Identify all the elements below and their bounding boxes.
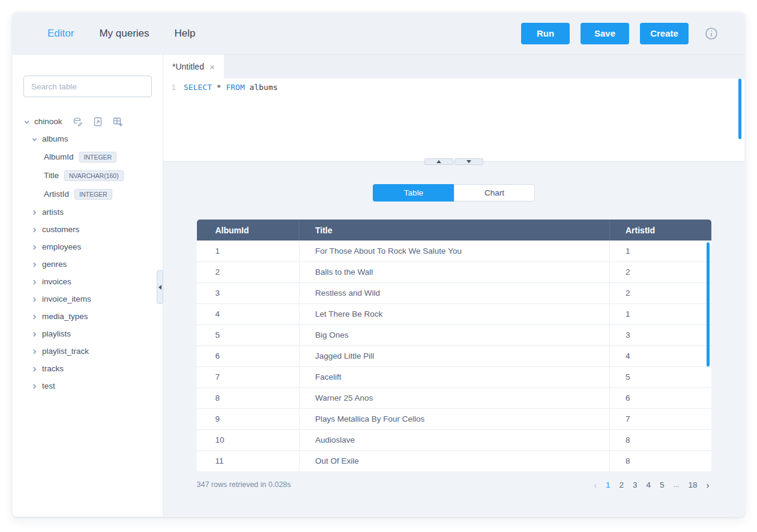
column-item-artistid: ArtistId INTEGER — [23, 185, 152, 203]
page-button-4[interactable]: 4 — [644, 480, 653, 489]
table-row[interactable]: 5Big Ones3 — [197, 324, 711, 345]
nav-item-editor[interactable]: Editor — [47, 28, 74, 40]
results-footer: 347 rows retrieved in 0.028s ‹ 1 2 3 4 5… — [197, 480, 711, 490]
table-name: employees — [42, 242, 81, 251]
chevron-right-icon — [31, 278, 38, 285]
table-row[interactable]: 11Out Of Exile8 — [197, 450, 711, 471]
cell-albumid: 9 — [197, 408, 300, 429]
column-name: Title — [44, 171, 59, 180]
save-button[interactable]: Save — [581, 23, 629, 44]
table-name: test — [42, 381, 55, 390]
line-number: 1 — [163, 83, 184, 92]
pane-splitter[interactable] — [163, 161, 744, 162]
schema-tree: chinook — [23, 113, 152, 395]
table-item-customers[interactable]: customers — [23, 221, 152, 238]
info-icon[interactable] — [705, 27, 718, 40]
main-panel: *Untitled × 1 SELECT * FROM albums — [163, 55, 744, 516]
cell-title: Out Of Exile — [300, 450, 610, 471]
table-name: genres — [42, 260, 67, 269]
column-type-badge: NVARCHAR(160) — [64, 170, 124, 181]
table-item-media-types[interactable]: media_types — [23, 308, 152, 325]
table-item-playlists[interactable]: playlists — [23, 325, 152, 342]
table-row[interactable]: 10Audioslave8 — [197, 429, 711, 450]
sql-code-line: SELECT * FROM albums — [184, 83, 278, 92]
page-button-18[interactable]: 18 — [686, 480, 699, 489]
cell-albumid: 3 — [197, 282, 300, 303]
prev-page-button[interactable]: ‹ — [592, 480, 599, 490]
page-button-2[interactable]: 2 — [617, 480, 626, 489]
cell-title: Restless and Wild — [300, 282, 610, 303]
schema-item-chinook[interactable]: chinook — [23, 113, 152, 130]
add-table-icon[interactable] — [112, 116, 123, 127]
table-item-employees[interactable]: employees — [23, 238, 152, 256]
run-button[interactable]: Run — [521, 23, 570, 44]
table-row[interactable]: 8Warner 25 Anos6 — [197, 387, 711, 408]
table-row[interactable]: 1For Those About To Rock We Salute You1 — [197, 241, 711, 262]
pagination: ‹ 1 2 3 4 5 ... 18 › — [592, 480, 711, 490]
top-navbar: Editor My queries Help Run Save Create — [13, 13, 744, 55]
page-button-1[interactable]: 1 — [604, 480, 612, 489]
export-file-icon[interactable] — [92, 116, 103, 127]
cell-title: Plays Metallica By Four Cellos — [300, 408, 610, 429]
table-scrollbar[interactable] — [707, 242, 710, 366]
cell-title: Warner 25 Anos — [300, 387, 610, 408]
table-item-artists[interactable]: artists — [23, 203, 152, 221]
chevron-down-icon — [31, 136, 38, 142]
table-row[interactable]: 9Plays Metallica By Four Cellos7 — [197, 408, 711, 429]
column-header-albumid[interactable]: AlbumId — [197, 220, 300, 241]
cell-artistid: 4 — [610, 345, 711, 366]
cell-artistid: 1 — [610, 241, 711, 262]
close-tab-icon[interactable]: × — [210, 62, 215, 71]
table-header-row: AlbumId Title ArtistId — [197, 220, 711, 241]
chevron-right-icon — [31, 330, 38, 337]
collapse-editor-up-button[interactable] — [424, 158, 453, 165]
chevron-right-icon — [31, 261, 38, 267]
editor-scrollbar[interactable] — [738, 79, 741, 139]
collapse-results-down-button[interactable] — [454, 158, 483, 165]
table-row[interactable]: 3Restless and Wild2 — [197, 282, 711, 303]
chevron-right-icon — [31, 296, 38, 302]
page-button-5[interactable]: 5 — [658, 480, 666, 489]
chevron-right-icon — [31, 383, 38, 389]
search-table-input[interactable] — [23, 76, 152, 97]
column-type-badge: INTEGER — [79, 152, 117, 163]
table-item-tracks[interactable]: tracks — [23, 360, 152, 377]
table-row[interactable]: 2Balls to the Wall2 — [197, 262, 711, 282]
table-row[interactable]: 4Let There Be Rock1 — [197, 303, 711, 324]
tab-untitled[interactable]: *Untitled × — [163, 55, 224, 79]
cell-title: Audioslave — [300, 429, 610, 450]
create-button[interactable]: Create — [640, 23, 689, 44]
table-item-genres[interactable]: genres — [23, 256, 152, 273]
table-row[interactable]: 6Jagged Little Pill4 — [197, 345, 711, 366]
table-name: albums — [42, 134, 68, 143]
column-header-title[interactable]: Title — [300, 220, 610, 241]
nav-item-my-queries[interactable]: My queries — [99, 28, 149, 40]
page-button-3[interactable]: 3 — [631, 480, 639, 489]
pagination-ellipsis: ... — [671, 480, 681, 489]
table-item-invoices[interactable]: invoices — [23, 273, 152, 290]
column-header-artistid[interactable]: ArtistId — [610, 220, 711, 241]
sidebar-collapse-handle[interactable] — [157, 270, 163, 304]
nav-item-help[interactable]: Help — [175, 28, 196, 40]
table-name: playlists — [42, 329, 71, 338]
cell-title: Balls to the Wall — [300, 262, 610, 282]
table-view-button[interactable]: Table — [373, 184, 454, 202]
table-item-playlist-track[interactable]: playlist_track — [23, 342, 152, 360]
editor-tab-bar: *Untitled × — [163, 55, 744, 79]
table-item-invoice-items[interactable]: invoice_items — [23, 290, 152, 308]
nav-actions: Run Save Create — [521, 23, 718, 44]
cell-artistid: 2 — [610, 282, 711, 303]
table-item-test[interactable]: test — [23, 377, 152, 395]
collapse-left-icon — [158, 285, 161, 290]
next-page-button[interactable]: › — [705, 480, 711, 490]
table-item-albums[interactable]: albums — [23, 130, 152, 148]
sql-editor[interactable]: 1 SELECT * FROM albums — [163, 79, 744, 161]
cell-albumid: 2 — [197, 262, 300, 282]
cell-title: Let There Be Rock — [300, 303, 610, 324]
edit-database-icon[interactable] — [73, 116, 83, 127]
table-row[interactable]: 7Facelift5 — [197, 366, 711, 387]
sql-text: albums — [245, 83, 278, 92]
chevron-right-icon — [31, 348, 38, 354]
chevron-right-icon — [31, 365, 38, 372]
chart-view-button[interactable]: Chart — [454, 184, 535, 202]
